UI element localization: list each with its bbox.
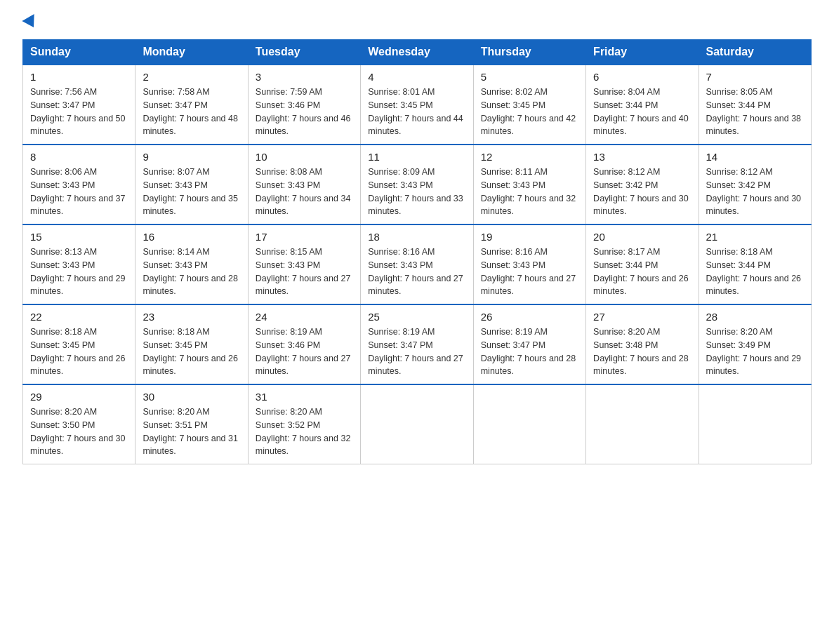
day-info: Sunrise: 8:12 AM Sunset: 3:42 PM Dayligh… bbox=[593, 166, 691, 218]
day-info: Sunrise: 8:18 AM Sunset: 3:45 PM Dayligh… bbox=[143, 326, 240, 378]
calendar-cell: 3 Sunrise: 7:59 AM Sunset: 3:46 PM Dayli… bbox=[248, 65, 360, 145]
calendar-cell: 7 Sunrise: 8:05 AM Sunset: 3:44 PM Dayli… bbox=[699, 65, 811, 145]
day-number: 14 bbox=[706, 151, 804, 163]
column-header-friday: Friday bbox=[586, 40, 699, 65]
day-number: 4 bbox=[368, 71, 465, 83]
day-number: 30 bbox=[143, 391, 240, 403]
day-number: 24 bbox=[256, 311, 353, 323]
calendar-cell bbox=[586, 384, 699, 464]
day-info: Sunrise: 7:56 AM Sunset: 3:47 PM Dayligh… bbox=[30, 86, 128, 138]
day-info: Sunrise: 8:04 AM Sunset: 3:44 PM Dayligh… bbox=[593, 86, 691, 138]
day-number: 26 bbox=[481, 311, 578, 323]
day-info: Sunrise: 8:16 AM Sunset: 3:43 PM Dayligh… bbox=[481, 246, 578, 298]
calendar-cell: 14 Sunrise: 8:12 AM Sunset: 3:42 PM Dayl… bbox=[699, 145, 811, 224]
day-number: 31 bbox=[256, 391, 353, 403]
calendar-cell: 10 Sunrise: 8:08 AM Sunset: 3:43 PM Dayl… bbox=[248, 145, 360, 224]
calendar-cell: 18 Sunrise: 8:16 AM Sunset: 3:43 PM Dayl… bbox=[361, 224, 473, 304]
column-header-tuesday: Tuesday bbox=[248, 40, 360, 65]
calendar-cell: 27 Sunrise: 8:20 AM Sunset: 3:48 PM Dayl… bbox=[586, 304, 699, 384]
day-number: 3 bbox=[256, 71, 353, 83]
day-number: 13 bbox=[593, 151, 691, 163]
day-info: Sunrise: 8:19 AM Sunset: 3:47 PM Dayligh… bbox=[368, 326, 465, 378]
day-info: Sunrise: 8:13 AM Sunset: 3:43 PM Dayligh… bbox=[30, 246, 128, 298]
day-info: Sunrise: 8:07 AM Sunset: 3:43 PM Dayligh… bbox=[143, 166, 240, 218]
day-info: Sunrise: 7:59 AM Sunset: 3:46 PM Dayligh… bbox=[256, 86, 353, 138]
calendar-week-row: 15 Sunrise: 8:13 AM Sunset: 3:43 PM Dayl… bbox=[23, 224, 812, 304]
day-number: 29 bbox=[30, 391, 128, 403]
day-info: Sunrise: 8:12 AM Sunset: 3:42 PM Dayligh… bbox=[706, 166, 804, 218]
calendar-week-row: 22 Sunrise: 8:18 AM Sunset: 3:45 PM Dayl… bbox=[23, 304, 812, 384]
calendar-cell: 22 Sunrise: 8:18 AM Sunset: 3:45 PM Dayl… bbox=[23, 304, 135, 384]
day-info: Sunrise: 8:19 AM Sunset: 3:46 PM Dayligh… bbox=[256, 326, 353, 378]
calendar-table: SundayMondayTuesdayWednesdayThursdayFrid… bbox=[22, 39, 812, 464]
day-info: Sunrise: 8:14 AM Sunset: 3:43 PM Dayligh… bbox=[143, 246, 240, 298]
day-number: 23 bbox=[143, 311, 240, 323]
day-info: Sunrise: 8:06 AM Sunset: 3:43 PM Dayligh… bbox=[30, 166, 128, 218]
day-info: Sunrise: 8:18 AM Sunset: 3:45 PM Dayligh… bbox=[30, 326, 128, 378]
calendar-cell: 2 Sunrise: 7:58 AM Sunset: 3:47 PM Dayli… bbox=[135, 65, 248, 145]
column-header-thursday: Thursday bbox=[473, 40, 585, 65]
day-info: Sunrise: 8:18 AM Sunset: 3:44 PM Dayligh… bbox=[706, 246, 804, 298]
day-number: 9 bbox=[143, 151, 240, 163]
day-number: 8 bbox=[30, 151, 128, 163]
calendar-cell: 1 Sunrise: 7:56 AM Sunset: 3:47 PM Dayli… bbox=[23, 65, 135, 145]
day-number: 18 bbox=[368, 231, 465, 243]
calendar-cell: 6 Sunrise: 8:04 AM Sunset: 3:44 PM Dayli… bbox=[586, 65, 699, 145]
calendar-header-row: SundayMondayTuesdayWednesdayThursdayFrid… bbox=[23, 40, 812, 65]
calendar-week-row: 29 Sunrise: 8:20 AM Sunset: 3:50 PM Dayl… bbox=[23, 384, 812, 464]
calendar-cell: 9 Sunrise: 8:07 AM Sunset: 3:43 PM Dayli… bbox=[135, 145, 248, 224]
day-info: Sunrise: 8:15 AM Sunset: 3:43 PM Dayligh… bbox=[256, 246, 353, 298]
day-info: Sunrise: 8:01 AM Sunset: 3:45 PM Dayligh… bbox=[368, 86, 465, 138]
day-info: Sunrise: 8:17 AM Sunset: 3:44 PM Dayligh… bbox=[593, 246, 691, 298]
day-number: 27 bbox=[593, 311, 691, 323]
calendar-cell: 16 Sunrise: 8:14 AM Sunset: 3:43 PM Dayl… bbox=[135, 224, 248, 304]
column-header-wednesday: Wednesday bbox=[361, 40, 473, 65]
calendar-cell: 31 Sunrise: 8:20 AM Sunset: 3:52 PM Dayl… bbox=[248, 384, 360, 464]
column-header-monday: Monday bbox=[135, 40, 248, 65]
calendar-cell: 25 Sunrise: 8:19 AM Sunset: 3:47 PM Dayl… bbox=[361, 304, 473, 384]
day-info: Sunrise: 7:58 AM Sunset: 3:47 PM Dayligh… bbox=[143, 86, 240, 138]
day-number: 22 bbox=[30, 311, 128, 323]
day-info: Sunrise: 8:16 AM Sunset: 3:43 PM Dayligh… bbox=[368, 246, 465, 298]
logo-triangle-icon bbox=[22, 14, 39, 31]
column-header-sunday: Sunday bbox=[23, 40, 135, 65]
calendar-cell: 26 Sunrise: 8:19 AM Sunset: 3:47 PM Dayl… bbox=[473, 304, 585, 384]
calendar-cell: 4 Sunrise: 8:01 AM Sunset: 3:45 PM Dayli… bbox=[361, 65, 473, 145]
calendar-cell bbox=[699, 384, 811, 464]
day-info: Sunrise: 8:20 AM Sunset: 3:52 PM Dayligh… bbox=[256, 405, 353, 458]
day-info: Sunrise: 8:20 AM Sunset: 3:50 PM Dayligh… bbox=[30, 405, 128, 458]
day-number: 21 bbox=[706, 231, 804, 243]
day-number: 20 bbox=[593, 231, 691, 243]
calendar-week-row: 1 Sunrise: 7:56 AM Sunset: 3:47 PM Dayli… bbox=[23, 65, 812, 145]
calendar-cell: 12 Sunrise: 8:11 AM Sunset: 3:43 PM Dayl… bbox=[473, 145, 585, 224]
calendar-cell bbox=[361, 384, 473, 464]
day-number: 6 bbox=[593, 71, 691, 83]
day-number: 10 bbox=[256, 151, 353, 163]
day-info: Sunrise: 8:19 AM Sunset: 3:47 PM Dayligh… bbox=[481, 326, 578, 378]
day-info: Sunrise: 8:11 AM Sunset: 3:43 PM Dayligh… bbox=[481, 166, 578, 218]
calendar-week-row: 8 Sunrise: 8:06 AM Sunset: 3:43 PM Dayli… bbox=[23, 145, 812, 224]
day-number: 1 bbox=[30, 71, 128, 83]
calendar-cell: 19 Sunrise: 8:16 AM Sunset: 3:43 PM Dayl… bbox=[473, 224, 585, 304]
day-info: Sunrise: 8:20 AM Sunset: 3:49 PM Dayligh… bbox=[706, 326, 804, 378]
day-number: 7 bbox=[706, 71, 804, 83]
day-info: Sunrise: 8:09 AM Sunset: 3:43 PM Dayligh… bbox=[368, 166, 465, 218]
calendar-cell: 20 Sunrise: 8:17 AM Sunset: 3:44 PM Dayl… bbox=[586, 224, 699, 304]
column-header-saturday: Saturday bbox=[699, 40, 811, 65]
calendar-cell: 11 Sunrise: 8:09 AM Sunset: 3:43 PM Dayl… bbox=[361, 145, 473, 224]
day-number: 19 bbox=[481, 231, 578, 243]
calendar-cell: 8 Sunrise: 8:06 AM Sunset: 3:43 PM Dayli… bbox=[23, 145, 135, 224]
day-number: 25 bbox=[368, 311, 465, 323]
calendar-cell: 13 Sunrise: 8:12 AM Sunset: 3:42 PM Dayl… bbox=[586, 145, 699, 224]
day-number: 2 bbox=[143, 71, 240, 83]
calendar-cell bbox=[473, 384, 585, 464]
logo bbox=[22, 17, 38, 28]
calendar-cell: 29 Sunrise: 8:20 AM Sunset: 3:50 PM Dayl… bbox=[23, 384, 135, 464]
day-number: 5 bbox=[481, 71, 578, 83]
calendar-cell: 15 Sunrise: 8:13 AM Sunset: 3:43 PM Dayl… bbox=[23, 224, 135, 304]
calendar-cell: 17 Sunrise: 8:15 AM Sunset: 3:43 PM Dayl… bbox=[248, 224, 360, 304]
day-number: 17 bbox=[256, 231, 353, 243]
day-number: 15 bbox=[30, 231, 128, 243]
day-info: Sunrise: 8:02 AM Sunset: 3:45 PM Dayligh… bbox=[481, 86, 578, 138]
day-info: Sunrise: 8:05 AM Sunset: 3:44 PM Dayligh… bbox=[706, 86, 804, 138]
